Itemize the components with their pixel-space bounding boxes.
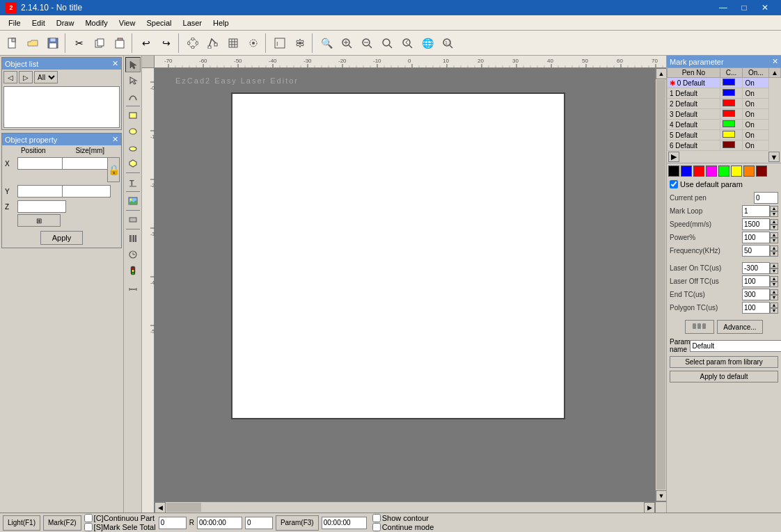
horizontal-scrollbar[interactable]: ◀ ▶: [155, 501, 655, 513]
color-blue[interactable]: [681, 166, 692, 177]
laser-off-input[interactable]: [742, 275, 770, 287]
param-name-input[interactable]: [690, 340, 781, 352]
end-tc-spin-down[interactable]: ▼: [770, 295, 778, 300]
menu-special[interactable]: Special: [141, 15, 177, 31]
oval-tool[interactable]: [125, 140, 141, 155]
color-red[interactable]: [693, 166, 704, 177]
end-tc-spin-up[interactable]: ▲: [770, 289, 778, 295]
object-list-close[interactable]: ✕: [112, 59, 118, 68]
power-input[interactable]: [742, 232, 770, 243]
measure-tool[interactable]: [125, 279, 141, 294]
use-default-param-check[interactable]: [670, 180, 678, 188]
mark-loop-spin-up[interactable]: ▲: [770, 206, 778, 211]
pointer-tool[interactable]: [125, 57, 141, 72]
node-tool[interactable]: [203, 33, 223, 53]
pen-row-0[interactable]: ✱ 0 Default On: [668, 78, 781, 88]
laser-on-input[interactable]: [742, 262, 770, 274]
x-position-input[interactable]: [17, 157, 66, 170]
continuous-check[interactable]: [84, 514, 93, 522]
traffic-tool[interactable]: [125, 263, 141, 278]
current-pen-input[interactable]: [754, 192, 778, 204]
zoom-fit-button[interactable]: [337, 33, 356, 53]
menu-help[interactable]: Help: [207, 15, 235, 31]
color-orange[interactable]: [743, 166, 755, 177]
apply-default-button[interactable]: Apply to default: [670, 371, 778, 382]
frequency-input[interactable]: [742, 245, 770, 257]
object-list-dropdown[interactable]: All: [34, 71, 58, 83]
frequency-spin-up[interactable]: ▲: [770, 245, 778, 251]
drawing-area[interactable]: [231, 92, 565, 419]
mark-loop-input[interactable]: [742, 205, 770, 217]
menu-draw[interactable]: Draw: [51, 15, 80, 31]
node-edit-tool[interactable]: [125, 73, 141, 88]
menu-laser[interactable]: Laser: [178, 15, 208, 31]
menu-view[interactable]: View: [113, 15, 141, 31]
pen-row-3[interactable]: 3 Default On: [668, 109, 781, 120]
continue-mode-check[interactable]: [372, 523, 381, 531]
height-input[interactable]: [62, 185, 111, 198]
speed-spin-down[interactable]: ▼: [770, 225, 778, 230]
maximize-button[interactable]: □: [734, 0, 755, 15]
speed-input[interactable]: [742, 218, 770, 230]
new-button[interactable]: [3, 33, 22, 53]
laser-on-spin-down[interactable]: ▼: [770, 268, 778, 274]
zoom-prev-button[interactable]: [397, 33, 417, 53]
select-tool[interactable]: [183, 33, 203, 53]
rectangle-tool[interactable]: [125, 108, 141, 123]
vertical-scrollbar[interactable]: ▲ ▼: [655, 68, 666, 501]
save-button[interactable]: [43, 33, 63, 53]
end-tc-input[interactable]: [742, 289, 770, 300]
pen-row-4[interactable]: 4 Default On: [668, 120, 781, 130]
color-black[interactable]: [668, 166, 679, 177]
cut-button[interactable]: ✂: [70, 33, 89, 53]
mark-button[interactable]: Mark(F2): [43, 515, 81, 531]
scroll-down-button[interactable]: ▼: [656, 490, 666, 501]
light-button[interactable]: Light(F1): [3, 515, 40, 531]
close-button[interactable]: ✕: [755, 0, 775, 15]
pen-row-2[interactable]: 2 Default On: [668, 99, 781, 109]
paste-button[interactable]: [110, 33, 129, 53]
polygon-tc-spin-down[interactable]: ▼: [770, 308, 778, 314]
mark-loop-spin-down[interactable]: ▼: [770, 211, 778, 217]
zoom-out-button[interactable]: [357, 33, 377, 53]
obj-list-btn-2[interactable]: ▷: [19, 71, 33, 83]
total-input[interactable]: [245, 517, 273, 529]
polygon-tc-spin-up[interactable]: ▲: [770, 303, 778, 308]
zoom-custom-button[interactable]: 1:1: [438, 33, 457, 53]
scroll-thumb-h[interactable]: [166, 503, 201, 512]
settings-button[interactable]: [290, 33, 310, 53]
advance-button[interactable]: Advance...: [717, 320, 762, 334]
pen-row-5[interactable]: 5 Default On: [668, 130, 781, 140]
open-button[interactable]: [23, 33, 42, 53]
canvas-inner[interactable]: EzCad2 Easy Laser Editor: [155, 68, 655, 501]
color-green[interactable]: [718, 166, 729, 177]
color-dark-red[interactable]: [756, 166, 767, 177]
pen-row-6[interactable]: 6 Default On: [668, 140, 781, 151]
minimize-button[interactable]: —: [713, 0, 734, 15]
power-spin-up[interactable]: ▲: [770, 232, 778, 238]
object-property-close[interactable]: ✕: [112, 135, 118, 144]
laser-on-spin-up[interactable]: ▲: [770, 263, 778, 268]
param-button[interactable]: Param(F3): [276, 515, 319, 531]
menu-modify[interactable]: Modify: [79, 15, 113, 31]
polygon-tool[interactable]: [125, 156, 141, 171]
redo-button[interactable]: ↪: [157, 33, 176, 53]
scroll-left-button[interactable]: ◀: [155, 502, 166, 513]
image-tool[interactable]: [125, 193, 141, 209]
import-button[interactable]: I: [270, 33, 290, 53]
ellipse-tool[interactable]: [125, 124, 141, 139]
speed-spin-up[interactable]: ▲: [770, 219, 778, 225]
color-yellow[interactable]: [731, 166, 742, 177]
pen-scroll-right[interactable]: ▶: [668, 152, 679, 162]
power-spin-down[interactable]: ▼: [770, 238, 778, 243]
special-tool[interactable]: [125, 212, 141, 227]
apply-button[interactable]: Apply: [40, 231, 84, 245]
zoom-in-button[interactable]: 🔍: [317, 33, 336, 53]
lock-button[interactable]: 🔒: [107, 157, 120, 182]
menu-file[interactable]: File: [3, 15, 26, 31]
pen-row-1[interactable]: 1 Default On: [668, 88, 781, 99]
show-contour-check[interactable]: [372, 514, 381, 522]
laser-off-spin-up[interactable]: ▲: [770, 276, 778, 282]
menu-edit[interactable]: Edit: [26, 15, 51, 31]
frequency-spin-down[interactable]: ▼: [770, 251, 778, 257]
